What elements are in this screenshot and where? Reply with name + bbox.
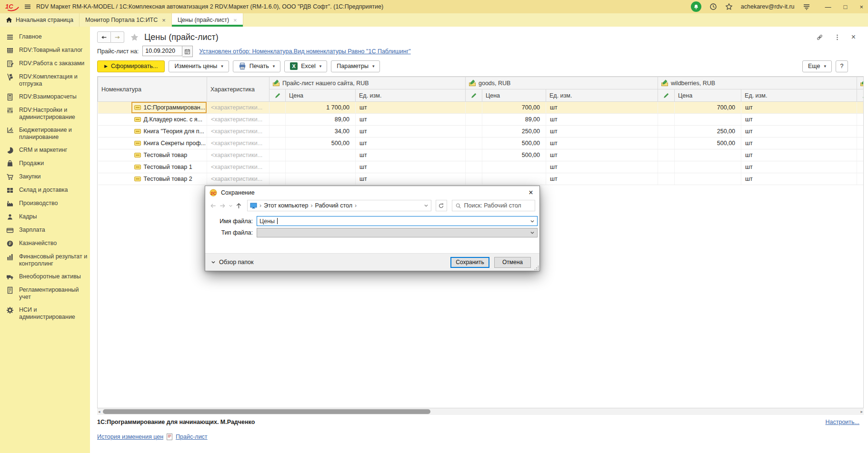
sidebar-item[interactable]: RDV:Комплектация и отгрузка [0,70,90,90]
address-bar[interactable]: › Этот компьютер › Рабочий стол › [247,200,431,211]
service-menu-icon[interactable] [803,3,810,10]
nav-back-icon[interactable] [210,202,217,209]
edit-prices-column-header[interactable] [269,89,286,102]
sidebar-item[interactable]: Регламентированный учет [0,284,90,304]
kebab-menu-icon[interactable] [834,34,841,41]
chevron-down-icon[interactable] [530,219,535,224]
favorite-star-icon[interactable] [130,33,139,42]
edit-prices-column-header[interactable] [857,89,864,102]
notifications-button[interactable] [691,1,701,12]
sidebar-item[interactable]: Склад и доставка [0,184,90,197]
scroll-left-icon[interactable]: ◂ [98,410,100,414]
sidebar-item[interactable]: RDV:Взаиморасчеты [0,90,90,104]
edit-prices-column-header[interactable] [466,89,482,102]
table-row[interactable]: Д.Клаудер конс. с я...<характеристики...… [98,114,864,126]
breadcrumb-this-pc[interactable]: Этот компьютер [264,202,308,209]
col-header-nomenclature[interactable]: Номенклатура [98,77,207,102]
sidebar-item[interactable]: НСИ и администрирование [0,304,90,324]
search-icon [455,203,461,209]
history-icon[interactable] [709,3,717,10]
calendar-button[interactable] [182,46,193,57]
sidebar-item[interactable]: Главное [0,30,90,44]
scrollbar-thumb[interactable] [103,409,430,414]
col-header-unit[interactable]: Ед. изм. [741,89,857,102]
sidebar-item[interactable]: Производство [0,197,90,210]
sidebar-item[interactable]: CRM и маркетинг [0,144,90,157]
sidebar-item[interactable]: Внеоборотные активы [0,270,90,284]
sidebar-item[interactable]: Продажи [0,157,90,170]
search-input[interactable]: Поиск: Рабочий стол [452,200,535,211]
tab-close-icon[interactable]: × [162,17,166,24]
col-header-price[interactable]: Цена [482,89,546,102]
print-button[interactable]: Печать▾ [233,60,280,72]
forward-button[interactable] [111,31,124,43]
tab-item-1[interactable]: Монитор Портала 1С:ИТС× [80,13,172,27]
dialog-close-icon[interactable]: × [524,187,538,198]
table-row[interactable]: Книга "Теория для п...<характеристики...… [98,126,864,138]
edit-prices-column-header[interactable] [658,89,675,102]
table-row[interactable]: Тестовый товар<характеристики...шт500,00… [98,149,864,161]
window-maximize-button[interactable]: □ [844,3,848,10]
resize-grip[interactable] [534,266,539,270]
price-history-link[interactable]: История изменения цен [97,433,163,440]
refresh-button[interactable] [436,200,447,211]
breadcrumb-desktop[interactable]: Рабочий стол [315,202,352,209]
main-menu-icon[interactable] [24,3,31,10]
col-header-price[interactable]: Цена [286,89,356,102]
form-close-icon[interactable]: × [851,33,856,41]
window-close-button[interactable]: × [859,3,863,10]
table-row[interactable]: Тестовый товар 2<характеристики...штштшт [98,173,864,185]
scroll-right-icon[interactable]: ▸ [860,410,863,414]
col-header-unit[interactable]: Ед. изм. [546,89,658,102]
address-dropdown-chevron-icon[interactable] [424,203,429,208]
sidebar-item[interactable]: RDV:Настройки и администрирование [0,104,90,124]
price-group-header[interactable] [857,77,864,89]
link-icon[interactable] [816,34,823,41]
window-minimize-button[interactable]: — [825,3,831,10]
filename-input[interactable]: Цены [257,216,538,226]
tab-item-0[interactable]: Начальная страница [0,13,80,27]
table-row[interactable]: Книга Секреты проф...<характеристики...5… [98,138,864,149]
sidebar-item[interactable]: Закупки [0,170,90,184]
sidebar-item[interactable]: Бюджетирование и планирование [0,124,90,144]
back-button[interactable] [97,31,111,43]
configure-link[interactable]: Настроить... [826,419,860,425]
save-dialog-titlebar[interactable]: 1С Сохранение × [205,186,539,199]
table-row[interactable]: 1С:Программирован...<характеристики...1 … [98,102,864,114]
generate-button[interactable]: ▶Сформировать... [97,60,165,72]
change-prices-button[interactable]: Изменить цены▾ [169,60,229,72]
filetype-select[interactable] [257,228,538,237]
nav-forward-icon[interactable] [219,202,226,209]
filter-link[interactable]: Установлен отбор: Номенклатура.Вид номен… [199,48,410,55]
tab-close-icon[interactable]: × [233,17,237,24]
favorites-star-icon[interactable] [725,3,733,10]
params-button[interactable]: Параметры▾ [331,60,380,72]
help-button[interactable]: ? [836,60,848,72]
tab-item-2[interactable]: Цены (прайс-лист)× [172,13,243,27]
sidebar-item[interactable]: Кадры [0,210,90,224]
col-header-unit[interactable]: Ед. изм. [356,89,466,102]
price-group-header[interactable]: goods, RUB [466,77,658,89]
price-cell: 500,00 [675,138,741,149]
cancel-button[interactable]: Отмена [494,257,531,268]
more-button[interactable]: Еще▾ [802,60,832,72]
sidebar-item[interactable]: Зарплата [0,224,90,237]
col-header-price[interactable]: Цена [675,89,741,102]
sidebar-item[interactable]: ₽Казначейство [0,237,90,250]
user-name[interactable]: achekarev@rdv-it.ru [741,3,795,10]
browse-folders-toggle[interactable]: Обзор папок [211,259,254,266]
sidebar-item[interactable]: Финансовый результат и контроллинг [0,250,90,270]
col-header-characteristic[interactable]: Характеристика [207,77,269,102]
pricelist-link[interactable]: Прайс-лист [176,433,208,440]
nav-up-icon[interactable] [235,202,242,209]
excel-button[interactable]: XExcel▾ [284,60,327,72]
horizontal-scrollbar[interactable]: ◂ ▸ [97,408,864,415]
nav-recent-chevron-icon[interactable] [229,204,233,208]
table-row[interactable]: Тестовый товар 1<характеристики...штштшт [98,161,864,173]
sidebar-item[interactable]: RDV:Товарный каталог [0,44,90,57]
pricelist-date-input[interactable] [142,46,182,56]
price-group-header[interactable]: Прайс-лист нашего сайта, RUB [269,77,466,89]
price-group-header[interactable]: wildberries, RUB [658,77,857,89]
save-button[interactable]: Сохранить [450,257,489,268]
sidebar-item[interactable]: RDV:Работа с заказами [0,57,90,70]
